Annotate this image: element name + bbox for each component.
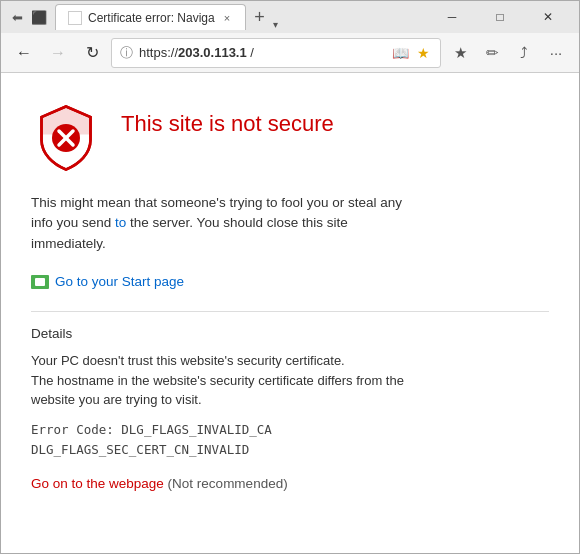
address-icons: 📖 ★ (390, 43, 432, 63)
start-page-icon (31, 275, 49, 289)
forward-button[interactable]: → (43, 38, 73, 68)
tab-dropdown-button[interactable]: ▾ (273, 19, 278, 30)
back-icon[interactable]: ⬅ (9, 9, 25, 25)
tab-title: Certificate error: Naviga (88, 11, 215, 25)
active-tab[interactable]: Certificate error: Naviga × (55, 4, 246, 30)
address-bar[interactable]: ⓘ https://203.0.113.1 / 📖 ★ (111, 38, 441, 68)
details-heading: Details (31, 326, 549, 341)
title-bar: ⬅ ⬛ Certificate error: Naviga × + ▾ ─ □ … (1, 1, 579, 33)
nav-bar: ← → ↻ ⓘ https://203.0.113.1 / 📖 ★ ★ ✏ ⤴ … (1, 33, 579, 73)
browser-window: ⬅ ⬛ Certificate error: Naviga × + ▾ ─ □ … (0, 0, 580, 554)
error-title-text: This site is not secure (121, 103, 334, 137)
favorites-star-icon[interactable]: ★ (415, 43, 432, 63)
new-tab-button[interactable]: + (246, 4, 273, 30)
details-section: Details Your PC doesn't trust this websi… (31, 311, 549, 491)
address-host: 203.0.113.1 (178, 45, 247, 60)
title-bar-icons: ⬅ ⬛ (9, 9, 47, 25)
error-code-line1: Error Code: DLG_FLAGS_INVALID_CA (31, 422, 272, 437)
error-code-line2: DLG_FLAGS_SEC_CERT_CN_INVALID (31, 442, 249, 457)
start-page-link-text: Go to your Start page (55, 274, 184, 289)
description-link[interactable]: to (115, 215, 126, 230)
share-icon[interactable]: ⤴ (509, 38, 539, 68)
tab-favicon (68, 11, 82, 25)
not-recommended-text: (Not recommended) (164, 476, 288, 491)
shield-icon (31, 103, 101, 173)
go-on-link[interactable]: Go on to the webpage (31, 476, 164, 491)
minimize-button[interactable]: ─ (429, 1, 475, 33)
hub-icon[interactable]: ★ (445, 38, 475, 68)
details-text-1: Your PC doesn't trust this website's sec… (31, 351, 451, 410)
error-description: This might mean that someone's trying to… (31, 193, 411, 254)
more-button[interactable]: ··· (541, 38, 571, 68)
go-on-paragraph: Go on to the webpage (Not recommended) (31, 476, 549, 491)
address-text: https://203.0.113.1 / (139, 45, 384, 60)
back-button[interactable]: ← (9, 38, 39, 68)
web-note-icon[interactable]: ✏ (477, 38, 507, 68)
forward-icon[interactable]: ⬛ (31, 9, 47, 25)
address-protocol: https:// (139, 45, 178, 60)
refresh-button[interactable]: ↻ (77, 38, 107, 68)
lock-icon: ⓘ (120, 44, 133, 62)
toolbar-icons: ★ ✏ ⤴ ··· (445, 38, 571, 68)
details-line2: The hostname in the website's security c… (31, 373, 404, 408)
error-header: This site is not secure (31, 103, 549, 173)
tab-bar: Certificate error: Naviga × + ▾ (55, 4, 425, 30)
close-button[interactable]: ✕ (525, 1, 571, 33)
error-heading: This site is not secure (121, 111, 334, 137)
maximize-button[interactable]: □ (477, 1, 523, 33)
reading-view-icon[interactable]: 📖 (390, 43, 411, 63)
page-content: This site is not secure This might mean … (1, 73, 579, 553)
address-path: / (247, 45, 254, 60)
tab-close-button[interactable]: × (221, 11, 233, 25)
window-controls: ─ □ ✕ (429, 1, 571, 33)
start-page-link[interactable]: Go to your Start page (31, 274, 184, 289)
error-code-block: Error Code: DLG_FLAGS_INVALID_CA DLG_FLA… (31, 420, 549, 460)
details-line1: Your PC doesn't trust this website's sec… (31, 353, 345, 368)
